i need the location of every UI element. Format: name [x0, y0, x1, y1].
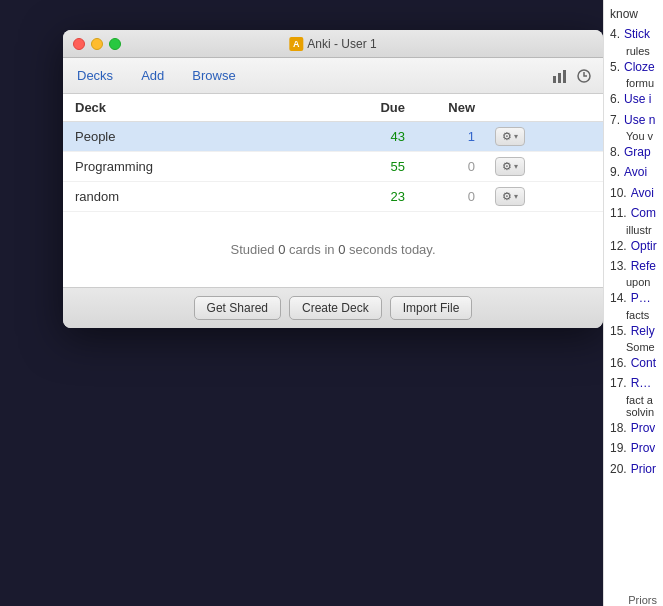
deck-due-random: 23 [335, 189, 405, 204]
get-shared-button[interactable]: Get Shared [194, 296, 281, 320]
gear-button-people[interactable]: ⚙ ▾ [495, 127, 525, 146]
decks-button[interactable]: Decks [73, 68, 117, 83]
list-link-9[interactable]: Avoi [624, 162, 647, 182]
import-file-button[interactable]: Import File [390, 296, 473, 320]
list-link-20[interactable]: Prior [631, 459, 656, 479]
list-item-9: 9. Avoi [610, 162, 657, 182]
toolbar-right [551, 67, 593, 85]
window-title-text: Anki - User 1 [307, 37, 376, 51]
list-item: know [610, 4, 657, 24]
chevron-down-icon: ▾ [514, 162, 518, 171]
list-link-16[interactable]: Cont [631, 353, 656, 373]
list-text-7: You v [610, 130, 657, 142]
column-new-header: New [405, 100, 475, 115]
list-link-12[interactable]: Optir [631, 236, 657, 256]
list-link-17[interactable]: Redu [631, 373, 657, 393]
add-button[interactable]: Add [137, 68, 168, 83]
list-text-5: formu [610, 77, 657, 89]
list-link-11[interactable]: Com [631, 203, 656, 223]
status-text1: Studied [230, 242, 278, 257]
deck-action-people: ⚙ ▾ [475, 127, 525, 146]
browse-button[interactable]: Browse [188, 68, 239, 83]
column-due-header: Due [335, 100, 405, 115]
list-item-15: 15. Rely [610, 321, 657, 341]
list-link-13[interactable]: Refe [631, 256, 656, 276]
window-area: A Anki - User 1 Decks Add Browse [63, 30, 603, 460]
deck-name-random: random [75, 189, 335, 204]
footer: Get Shared Create Deck Import File [63, 288, 603, 328]
deck-name-people: People [75, 129, 335, 144]
list-item-8: 8. Grap [610, 142, 657, 162]
list-link-5[interactable]: Cloze [624, 57, 655, 77]
list-item-17: 17. Redu [610, 373, 657, 393]
gear-icon: ⚙ [502, 190, 512, 203]
toolbar: Decks Add Browse [63, 58, 603, 94]
create-deck-button[interactable]: Create Deck [289, 296, 382, 320]
list-text-17b: solvin [610, 406, 657, 418]
list-link-6[interactable]: Use i [624, 89, 651, 109]
priors-label: Priors [628, 594, 657, 606]
left-background [0, 0, 63, 606]
gear-button-random[interactable]: ⚙ ▾ [495, 187, 525, 206]
anki-window: A Anki - User 1 Decks Add Browse [63, 30, 603, 328]
deck-new-random: 0 [405, 189, 475, 204]
list-text-4: rules [610, 45, 657, 57]
maximize-button[interactable] [109, 38, 121, 50]
deck-due-people: 43 [335, 129, 405, 144]
list-item-11: 11. Com [610, 203, 657, 223]
list-item-16: 16. Cont [610, 353, 657, 373]
list-text-11: illustr [610, 224, 657, 236]
list-item-14: 14. Perso [610, 288, 657, 308]
status-text3: seconds today. [345, 242, 435, 257]
list-item-5: 5. Cloze [610, 57, 657, 77]
list-text-13: upon [610, 276, 657, 288]
titlebar: A Anki - User 1 [63, 30, 603, 58]
list-text-15: Some [610, 341, 657, 353]
list-link-7[interactable]: Use n [624, 110, 655, 130]
gear-icon: ⚙ [502, 130, 512, 143]
close-button[interactable] [73, 38, 85, 50]
status-text2: cards in [285, 242, 338, 257]
list-text-14: facts [610, 309, 657, 321]
deck-row-programming[interactable]: Programming 55 0 ⚙ ▾ [63, 152, 603, 182]
svg-rect-0 [553, 76, 556, 83]
window-title: A Anki - User 1 [289, 37, 376, 51]
list-item-6: 6. Use i [610, 89, 657, 109]
status-area: Studied 0 cards in 0 seconds today. [63, 212, 603, 287]
list-text-17: fact a [610, 394, 657, 406]
deck-new-programming: 0 [405, 159, 475, 174]
list-link-10[interactable]: Avoi [631, 183, 654, 203]
list-item-7: 7. Use n [610, 110, 657, 130]
list-link-14[interactable]: Perso [631, 288, 657, 308]
list-link-8[interactable]: Grap [624, 142, 651, 162]
sync-icon[interactable] [575, 67, 593, 85]
deck-action-programming: ⚙ ▾ [475, 157, 525, 176]
list-item-10: 10. Avoi [610, 183, 657, 203]
deck-row-people[interactable]: People 43 1 ⚙ ▾ [63, 122, 603, 152]
list-item-19: 19. Prov [610, 438, 657, 458]
list-link-19[interactable]: Prov [631, 438, 656, 458]
gear-button-programming[interactable]: ⚙ ▾ [495, 157, 525, 176]
list-link-15[interactable]: Rely [631, 321, 655, 341]
chevron-down-icon: ▾ [514, 132, 518, 141]
deck-action-random: ⚙ ▾ [475, 187, 525, 206]
svg-rect-1 [558, 73, 561, 83]
deck-name-programming: Programming [75, 159, 335, 174]
list-item-20: 20. Prior [610, 459, 657, 479]
list-link-4[interactable]: Stick [624, 24, 650, 44]
table-header: Deck Due New [63, 94, 603, 122]
gear-icon: ⚙ [502, 160, 512, 173]
right-panel: know 4. Stick rules 5. Cloze formu 6. Us… [603, 0, 663, 606]
content-area: Deck Due New People 43 1 ⚙ ▾ Progra [63, 94, 603, 287]
list-link-18[interactable]: Prov [631, 418, 656, 438]
column-deck-header: Deck [75, 100, 335, 115]
list-item-4: 4. Stick [610, 24, 657, 44]
minimize-button[interactable] [91, 38, 103, 50]
stats-icon[interactable] [551, 67, 569, 85]
list-item-13: 13. Refe [610, 256, 657, 276]
traffic-lights [73, 38, 121, 50]
list-item-18: 18. Prov [610, 418, 657, 438]
deck-row-random[interactable]: random 23 0 ⚙ ▾ [63, 182, 603, 212]
chevron-down-icon: ▾ [514, 192, 518, 201]
anki-icon: A [289, 37, 303, 51]
